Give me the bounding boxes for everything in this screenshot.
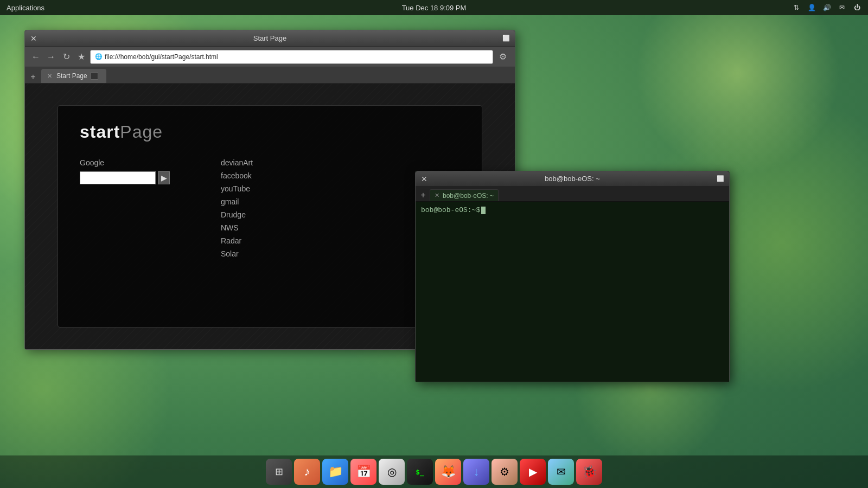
terminal-titlebar: ✕ bob@bob-eOS: ~ ⬜ <box>416 171 729 187</box>
link-nws[interactable]: NWS <box>221 223 253 232</box>
files-icon: 📁 <box>328 465 343 479</box>
dock-item-bug[interactable]: 🐞 <box>576 459 602 485</box>
dock-item-steam[interactable]: ⚙ <box>492 459 518 485</box>
dock-item-firefox[interactable]: 🦊 <box>435 459 461 485</box>
dock-item-terminal[interactable]: $_ <box>407 459 433 485</box>
browser-title: Start Page <box>253 34 286 42</box>
tab-label: Start Page <box>56 72 87 80</box>
terminal-icon: $_ <box>416 468 424 476</box>
browser-bookmark-button[interactable]: ★ <box>75 50 88 63</box>
terminal-title: bob@bob-eOS: ~ <box>545 175 600 183</box>
terminal-prompt-text: bob@bob-eOS:~$ <box>421 206 480 214</box>
browser-tabs: + ✕ Start Page <box>25 67 515 84</box>
tab-close-button[interactable]: ✕ <box>46 72 53 80</box>
terminal-tab-label: bob@bob-eOS: ~ <box>443 192 494 200</box>
music-icon: ♪ <box>304 465 310 479</box>
steam-icon: ⚙ <box>500 465 509 478</box>
taskbar-dock: ⊞ ♪ 📁 📅 ◎ $_ 🦊 ↓ ⚙ ▶ ✉ 🐞 <box>0 455 868 488</box>
power-icon[interactable]: ⏻ <box>853 3 861 12</box>
terminal-maximize-button[interactable]: ⬜ <box>716 175 725 183</box>
bug-icon: 🐞 <box>582 465 597 479</box>
address-bar[interactable]: 🌐 file:///home/bob/gui/startPage/start.h… <box>90 50 493 64</box>
address-bar-lock-icon: 🌐 <box>95 53 103 60</box>
mail-dock-icon: ✉ <box>557 465 566 478</box>
terminal-tab-close-button[interactable]: ✕ <box>435 192 439 199</box>
browser-tab-start-page[interactable]: ✕ Start Page <box>41 69 106 83</box>
address-bar-url: file:///home/bob/gui/startPage/start.htm… <box>105 53 488 61</box>
link-gmail[interactable]: gmail <box>221 197 253 206</box>
applications-menu[interactable]: Applications <box>7 4 44 12</box>
workspaces-icon: ⊞ <box>275 466 283 478</box>
topbar-left: Applications <box>7 4 44 12</box>
browser-toolbar: ← → ↻ ★ 🌐 file:///home/bob/gui/startPage… <box>25 47 515 67</box>
tab-favicon <box>91 72 98 80</box>
terminal-prompt-line: bob@bob-eOS:~$ <box>421 206 724 214</box>
volume-icon[interactable]: 🔊 <box>822 3 831 12</box>
dock-item-music[interactable]: ♪ <box>294 459 320 485</box>
browser-reload-button[interactable]: ↻ <box>60 50 73 63</box>
dock-item-calendar[interactable]: 📅 <box>350 459 376 485</box>
browser-maximize-button[interactable]: ⬜ <box>502 34 510 43</box>
terminal-cursor <box>481 207 486 214</box>
firefox-icon: 🦊 <box>441 465 456 479</box>
media-icon: ▶ <box>529 465 537 478</box>
search-row: ▶ <box>80 171 188 184</box>
calendar-icon: 📅 <box>356 465 371 479</box>
topbar-right: ⇅ 👤 🔊 ✉ ⏻ <box>792 3 861 12</box>
terminal-content[interactable]: bob@bob-eOS:~$ <box>416 202 729 382</box>
search-input[interactable] <box>80 171 156 184</box>
dock-item-files[interactable]: 📁 <box>322 459 348 485</box>
topbar: Applications Tue Dec 18 9:09 PM ⇅ 👤 🔊 ✉ … <box>0 0 868 15</box>
browser-settings-button[interactable]: ⚙ <box>495 49 510 65</box>
link-drudge[interactable]: Drudge <box>221 210 253 219</box>
dock-item-workspaces[interactable]: ⊞ <box>266 459 292 485</box>
search-label: Google <box>80 158 188 167</box>
browser-close-button[interactable]: ✕ <box>29 34 38 43</box>
search-section: Google ▶ <box>80 158 188 258</box>
link-youtube[interactable]: youTube <box>221 184 253 193</box>
browser-titlebar: ✕ Start Page ⬜ <box>25 30 515 47</box>
terminal-window: ✕ bob@bob-eOS: ~ ⬜ + ✕ bob@bob-eOS: ~ bo… <box>415 171 730 382</box>
terminal-tab[interactable]: ✕ bob@bob-eOS: ~ <box>430 189 499 201</box>
links-section: devianArt facebook youTube gmail Drudge … <box>221 158 253 258</box>
terminal-new-tab-button[interactable]: + <box>418 189 429 201</box>
start-page-title: startPage <box>80 122 460 142</box>
mail-icon[interactable]: ✉ <box>838 3 846 12</box>
search-go-button[interactable]: ▶ <box>158 171 170 184</box>
new-tab-button[interactable]: + <box>27 71 39 83</box>
user-icon[interactable]: 👤 <box>807 3 816 12</box>
dock-item-media[interactable]: ▶ <box>520 459 546 485</box>
topbar-datetime: Tue Dec 18 9:09 PM <box>402 4 467 12</box>
terminal-close-button[interactable]: ✕ <box>420 175 429 183</box>
dock-item-chrome[interactable]: ◎ <box>379 459 405 485</box>
start-text-page: Page <box>120 122 163 142</box>
terminal-tabs: + ✕ bob@bob-eOS: ~ <box>416 187 729 202</box>
browser-back-button[interactable]: ← <box>29 50 42 63</box>
link-facebook[interactable]: facebook <box>221 171 253 180</box>
browser-forward-button[interactable]: → <box>44 50 58 63</box>
chrome-icon: ◎ <box>387 465 397 478</box>
link-radar[interactable]: Radar <box>221 236 253 245</box>
link-devianart[interactable]: devianArt <box>221 158 253 167</box>
start-text-start: start <box>80 122 120 142</box>
dock-item-downloader[interactable]: ↓ <box>463 459 489 485</box>
downloader-icon: ↓ <box>474 465 480 479</box>
dock-item-mail[interactable]: ✉ <box>548 459 574 485</box>
link-solar[interactable]: Solar <box>221 249 253 258</box>
start-page-body: Google ▶ devianArt facebook youTube gmai… <box>80 158 460 258</box>
network-icon[interactable]: ⇅ <box>792 3 801 12</box>
